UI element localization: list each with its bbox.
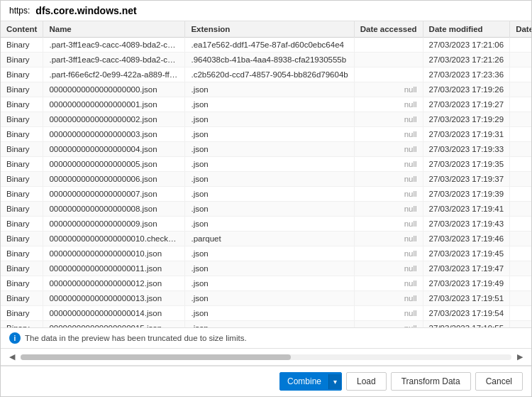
table-cell: Binary — [1, 217, 43, 232]
table-body: Binary.part-3ff1eac9-cacc-4089-bda2-ce77… — [1, 38, 531, 329]
table-cell: Binary — [1, 38, 43, 53]
table-cell: .json — [185, 291, 354, 306]
table-cell — [510, 53, 531, 67]
table-cell: .json — [185, 246, 354, 261]
transform-data-button[interactable]: Transform Data — [391, 372, 471, 391]
table-cell: null — [354, 217, 423, 232]
table-cell: 00000000000000000003.json — [43, 127, 185, 142]
table-cell: 00000000000000000000.json — [43, 82, 185, 97]
table-cell: null — [354, 321, 423, 329]
table-cell — [510, 291, 531, 306]
combine-button[interactable]: Combine ▾ — [279, 372, 342, 391]
table-cell: null — [354, 232, 423, 246]
table-cell: 27/03/2023 17:21:26 — [423, 53, 510, 67]
table-cell: .part-f66e6cf2-0e99-422a-a889-ffefaacaf5… — [43, 67, 185, 82]
table-cell: 00000000000000000008.json — [43, 202, 185, 217]
combine-dropdown-button[interactable]: ▾ — [328, 374, 341, 389]
table-cell: null — [354, 172, 423, 187]
table-cell: .json — [185, 276, 354, 291]
table-cell: .json — [185, 82, 354, 97]
scroll-right-arrow[interactable]: ▶ — [517, 352, 523, 361]
col-header-content: Content — [1, 21, 43, 38]
table-cell — [510, 276, 531, 291]
table-row: Binary.part-f66e6cf2-0e99-422a-a889-ffef… — [1, 67, 531, 82]
table-cell — [510, 306, 531, 321]
table-row: Binary000000000000000000010.json.jsonnul… — [1, 246, 531, 261]
table-cell: 00000000000000000007.json — [43, 187, 185, 202]
table-cell — [510, 67, 531, 82]
table-cell: 27/03/2023 17:23:36 — [423, 67, 510, 82]
load-button[interactable]: Load — [346, 372, 387, 391]
scroll-track[interactable] — [21, 354, 511, 360]
table-cell — [510, 142, 531, 157]
table-cell: 27/03/2023 17:19:33 — [423, 142, 510, 157]
table-row: Binary.part-3ff1eac9-cacc-4089-bda2-ce77… — [1, 38, 531, 53]
table-cell: .json — [185, 202, 354, 217]
table-cell — [510, 38, 531, 53]
cancel-button[interactable]: Cancel — [475, 372, 523, 391]
table-row: Binary000000000000000000011.json.jsonnul… — [1, 261, 531, 276]
table-row: Binary000000000000000000012.json.jsonnul… — [1, 276, 531, 291]
table-cell — [510, 321, 531, 329]
combine-main-button[interactable]: Combine — [280, 373, 328, 390]
col-header-date-c: Date c — [510, 21, 531, 38]
table-cell: Binary — [1, 321, 43, 329]
table-cell: null — [354, 291, 423, 306]
table-row: Binary00000000000000000002.json.jsonnull… — [1, 112, 531, 127]
table-row: Binary00000000000000000004.json.jsonnull… — [1, 142, 531, 157]
col-header-date-modified: Date modified — [423, 21, 510, 38]
table-row: Binary000000000000000000010.checkpoint.p… — [1, 232, 531, 246]
table-row: Binary00000000000000000003.json.jsonnull… — [1, 127, 531, 142]
table-cell — [510, 232, 531, 246]
table-cell: null — [354, 97, 423, 112]
table-cell: .json — [185, 172, 354, 187]
table-cell: null — [354, 142, 423, 157]
table-header-row: Content Name Extension Date accessed Dat… — [1, 21, 531, 38]
table-cell: null — [354, 127, 423, 142]
table-row: Binary00000000000000000006.json.jsonnull… — [1, 172, 531, 187]
table-cell — [510, 187, 531, 202]
table-cell: 27/03/2023 17:19:39 — [423, 187, 510, 202]
table-cell: null — [354, 187, 423, 202]
table-cell: .part-3ff1eac9-cacc-4089-bda2-ce77da9b36… — [43, 38, 185, 53]
table-cell: Binary — [1, 53, 43, 67]
table-cell: Binary — [1, 97, 43, 112]
table-cell: null — [354, 306, 423, 321]
table-cell: 000000000000000000012.json — [43, 276, 185, 291]
col-header-name: Name — [43, 21, 185, 38]
table-cell: 27/03/2023 17:19:35 — [423, 157, 510, 172]
table-row: Binary000000000000000000015.json.jsonnul… — [1, 321, 531, 329]
table-row: Binary00000000000000000009.json.jsonnull… — [1, 217, 531, 232]
table-cell: 27/03/2023 17:19:27 — [423, 97, 510, 112]
table-cell: .json — [185, 217, 354, 232]
table-cell: .json — [185, 127, 354, 142]
table-row: Binary00000000000000000008.json.jsonnull… — [1, 202, 531, 217]
table-cell: .ea17e562-ddf1-475e-87af-d60c0ebc64e4 — [185, 38, 354, 53]
table-cell: .json — [185, 321, 354, 329]
table-cell: Binary — [1, 112, 43, 127]
table-cell — [510, 202, 531, 217]
col-header-extension: Extension — [185, 21, 354, 38]
table-cell: 00000000000000000005.json — [43, 157, 185, 172]
table-cell: 000000000000000000010.json — [43, 246, 185, 261]
title-bar: https: dfs.core.windows.net — [1, 1, 531, 21]
table-cell: Binary — [1, 187, 43, 202]
table-cell: null — [354, 82, 423, 97]
scroll-thumb[interactable] — [21, 354, 291, 360]
table-cell: .json — [185, 187, 354, 202]
table-cell: 00000000000000000004.json — [43, 142, 185, 157]
table-cell: 000000000000000000014.json — [43, 306, 185, 321]
scroll-left-arrow[interactable]: ◀ — [9, 352, 15, 361]
table-cell: 27/03/2023 17:19:41 — [423, 202, 510, 217]
table-cell: 27/03/2023 17:19:51 — [423, 291, 510, 306]
table-cell: .c2b5620d-ccd7-4857-9054-bb826d79604b — [185, 67, 354, 82]
table-cell: 27/03/2023 17:19:46 — [423, 232, 510, 246]
horizontal-scrollbar[interactable]: ◀ ▶ — [1, 349, 531, 366]
col-header-date-accessed: Date accessed — [354, 21, 423, 38]
table-cell: Binary — [1, 232, 43, 246]
table-cell: 27/03/2023 17:19:37 — [423, 172, 510, 187]
table-row: Binary00000000000000000005.json.jsonnull… — [1, 157, 531, 172]
table-cell: Binary — [1, 261, 43, 276]
table-cell: 27/03/2023 17:19:26 — [423, 82, 510, 97]
table-cell — [354, 67, 423, 82]
